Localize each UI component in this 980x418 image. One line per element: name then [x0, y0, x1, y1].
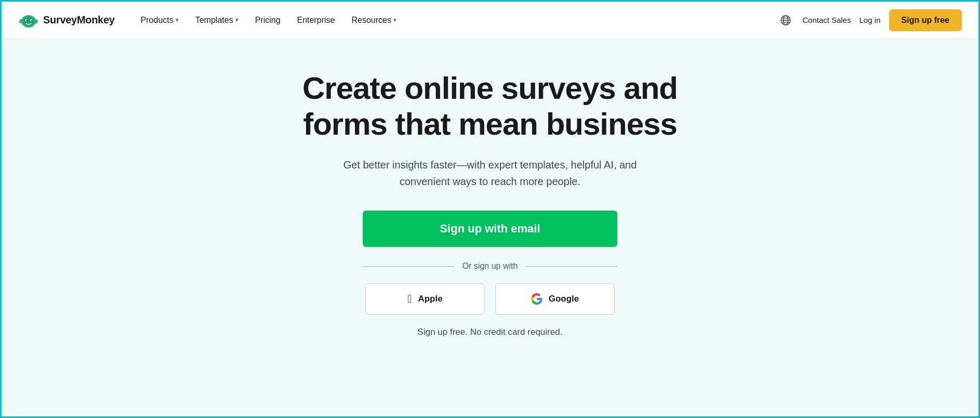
nav-item-templates[interactable]: Templates ▾	[188, 11, 246, 29]
signup-email-button[interactable]: Sign up with email	[363, 211, 617, 247]
products-chevron-icon: ▾	[176, 17, 179, 23]
templates-chevron-icon: ▾	[235, 17, 239, 23]
or-divider: Or sign up with	[363, 262, 617, 271]
resources-chevron-icon: ▾	[393, 17, 396, 23]
no-credit-card-text: Sign up free. No credit card required.	[418, 327, 563, 337]
svg-point-7	[34, 19, 38, 23]
globe-icon	[780, 15, 791, 26]
hero-title: Create online surveys and forms that mea…	[302, 70, 678, 142]
social-buttons:  Apple Google	[365, 283, 615, 315]
apple-label: Apple	[418, 294, 442, 304]
nav-item-enterprise[interactable]: Enterprise	[290, 11, 342, 29]
or-text: Or sign up with	[462, 262, 518, 271]
nav-item-resources[interactable]: Resources ▾	[344, 11, 403, 29]
divider-line-left	[363, 266, 454, 267]
nav-links: Products ▾ Templates ▾ Pricing Enterpris…	[134, 11, 778, 29]
nav-right: Contact Sales Log in Sign up free	[777, 9, 962, 31]
svg-point-4	[26, 20, 27, 21]
apple-icon: 	[407, 292, 412, 306]
hero-subtitle: Get better insights faster—with expert t…	[329, 156, 651, 190]
nav-item-products[interactable]: Products ▾	[134, 11, 186, 29]
svg-point-5	[31, 20, 32, 21]
hero-section: Create online surveys and forms that mea…	[2, 39, 978, 358]
svg-point-6	[19, 19, 23, 23]
language-selector-button[interactable]	[777, 12, 794, 29]
google-icon	[531, 293, 542, 305]
google-label: Google	[549, 294, 579, 304]
apple-signup-button[interactable]:  Apple	[365, 283, 485, 315]
surveymonkey-logo-icon	[18, 12, 39, 29]
logo-link[interactable]: SurveyMonkey	[18, 12, 115, 29]
divider-line-right	[526, 266, 617, 267]
nav-item-pricing[interactable]: Pricing	[248, 11, 288, 29]
login-button[interactable]: Log in	[859, 16, 881, 24]
navbar: SurveyMonkey Products ▾ Templates ▾ Pric…	[2, 2, 978, 39]
contact-sales-button[interactable]: Contact Sales	[802, 16, 851, 24]
google-signup-button[interactable]: Google	[495, 283, 615, 315]
logo-text: SurveyMonkey	[43, 14, 115, 26]
signup-free-button[interactable]: Sign up free	[889, 9, 962, 31]
